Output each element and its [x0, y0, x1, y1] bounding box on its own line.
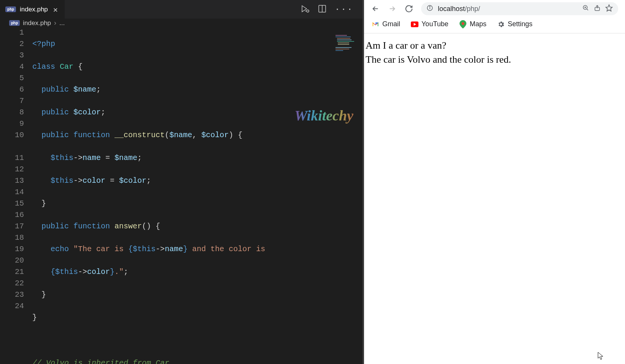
browser-pane: localhost/php/ Gmail YouTube [364, 0, 625, 364]
bookmark-label: Settings [508, 20, 533, 28]
maps-icon [459, 21, 467, 28]
output-line-1: Am I a car or a van? [366, 39, 623, 53]
svg-point-15 [429, 6, 430, 7]
svg-point-0 [307, 10, 309, 12]
svg-point-24 [461, 22, 464, 25]
star-icon[interactable] [605, 4, 613, 13]
tab-bar: php index.php ✕ ··· [0, 0, 363, 19]
zoom-icon[interactable] [582, 5, 589, 13]
back-button[interactable] [371, 4, 380, 13]
gear-icon [497, 21, 505, 28]
more-actions-icon[interactable]: ··· [335, 5, 353, 14]
svg-marker-21 [606, 5, 612, 11]
browser-nav-bar: localhost/php/ [364, 0, 625, 17]
bookmark-settings[interactable]: Settings [497, 20, 533, 28]
close-tab-icon[interactable]: ✕ [52, 5, 59, 14]
gmail-icon [372, 21, 379, 28]
run-debug-icon[interactable] [301, 5, 310, 14]
split-editor-icon[interactable] [318, 5, 326, 14]
bookmark-youtube[interactable]: YouTube [411, 20, 448, 28]
reload-button[interactable] [404, 4, 413, 13]
breadcrumb-file[interactable]: index.php [23, 19, 51, 27]
breadcrumb-ellipsis[interactable]: ... [59, 19, 65, 27]
page-content: Am I a car or a van? The car is Volvo an… [364, 33, 625, 72]
svg-line-17 [587, 9, 588, 10]
line-gutter: 123456789101112131415161718192021222324 [0, 27, 32, 364]
output-line-2: The car is Volvo and the color is red. [366, 53, 623, 67]
tab-index-php[interactable]: php index.php ✕ [0, 0, 65, 19]
address-bar[interactable]: localhost/php/ [421, 2, 618, 15]
tab-title: index.php [20, 6, 48, 13]
bookmark-label: Maps [470, 20, 487, 28]
tab-actions: ··· [301, 5, 363, 14]
url-text: localhost/php/ [438, 5, 578, 13]
bookmarks-bar: Gmail YouTube Maps Settings [364, 17, 625, 33]
chevron-right-icon: › [54, 19, 56, 27]
php-file-icon: php [9, 20, 20, 26]
editor-pane: php index.php ✕ ··· php index.php › ... … [0, 0, 363, 364]
share-icon[interactable] [594, 5, 601, 13]
breadcrumb[interactable]: php index.php › ... [0, 19, 363, 27]
bookmark-maps[interactable]: Maps [459, 20, 487, 28]
youtube-icon [411, 21, 418, 28]
code-content[interactable]: <?php class Car { public $name; public $… [32, 27, 363, 364]
php-file-icon: php [5, 6, 16, 12]
mouse-cursor-icon [598, 352, 604, 360]
bookmark-gmail[interactable]: Gmail [372, 20, 400, 28]
code-area[interactable]: 123456789101112131415161718192021222324 … [0, 27, 363, 364]
bookmark-label: YouTube [421, 20, 448, 28]
forward-button[interactable] [388, 4, 397, 13]
bookmark-label: Gmail [382, 20, 400, 28]
info-icon[interactable] [426, 5, 433, 13]
